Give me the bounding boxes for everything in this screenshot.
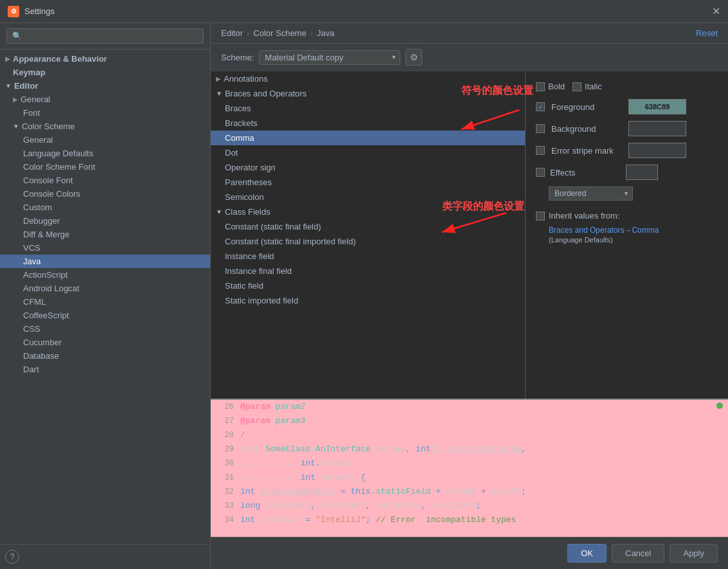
sidebar-item-editor[interactable]: ▼ Editor (0, 79, 210, 93)
sidebar-item-cs-general[interactable]: General (0, 133, 210, 147)
sidebar-item-dart[interactable]: Dart (0, 363, 210, 376)
error-stripe-checkbox[interactable] (536, 146, 545, 155)
option-annotations[interactable]: ▶ Annotations (211, 71, 525, 86)
effects-dropdown[interactable]: Bordered Underscored Underwaved Bold Und… (549, 186, 633, 201)
bold-item: Bold (536, 82, 565, 91)
foreground-checkbox[interactable]: ✓ (536, 102, 545, 111)
background-label: Background (551, 124, 622, 134)
option-instance-field[interactable]: Instance field (211, 249, 525, 264)
inherit-label: Inherit values from: (549, 211, 620, 221)
options-tree: ▶ Annotations ▼ Braces and Operators Bra… (211, 71, 526, 399)
bold-checkbox[interactable] (536, 82, 545, 91)
background-checkbox[interactable] (536, 124, 545, 133)
sidebar-item-coffeescript[interactable]: CoffeeScript (0, 309, 210, 322)
code-line-32: 32 int reassignedValue = this.staticFiel… (211, 485, 728, 499)
error-stripe-label: Error stripe mark (551, 146, 622, 156)
option-braces[interactable]: Braces (211, 101, 525, 116)
inherit-checkbox-row: Inherit values from: (536, 211, 718, 221)
sidebar-item-colorscheme[interactable]: ▼ Color Scheme (0, 120, 210, 133)
properties-panel: Bold Italic ✓ Foreground 638C89 Bac (526, 71, 728, 399)
code-line-26: 26 @param param2 (211, 400, 728, 414)
sidebar-item-cs-langdefaults[interactable]: Language Defaults (0, 147, 210, 160)
italic-label: Italic (585, 82, 602, 91)
scheme-dropdown[interactable]: Material Default copy Default Darcula Hi… (259, 50, 400, 65)
breadcrumb-java: Java (317, 28, 334, 38)
content-area: Editor › Color Scheme › Java Reset Schem… (211, 23, 728, 569)
option-braces-operators[interactable]: ▼ Braces and Operators (211, 86, 525, 101)
italic-checkbox[interactable] (573, 82, 582, 91)
sidebar-item-actionscript[interactable]: ActionScript (0, 268, 210, 282)
arrow-icon: ▶ (216, 75, 221, 82)
search-bar (0, 23, 210, 50)
option-dot[interactable]: Dot (211, 145, 525, 160)
code-line-34: 34 int localVar = "IntelliJ"; // Error i… (211, 513, 728, 527)
reset-button[interactable]: Reset (696, 28, 718, 38)
sidebar-item-custom[interactable]: Custom (0, 201, 210, 214)
sidebar-item-cs-consolefont[interactable]: Console Font (0, 174, 210, 187)
option-semicolon[interactable]: Semicolon (211, 190, 525, 204)
option-class-fields[interactable]: ▼ Class Fields (211, 204, 525, 219)
option-parentheses[interactable]: Parentheses (211, 175, 525, 190)
code-line-31: 31 ............int param3) { (211, 471, 728, 485)
inherit-checkbox[interactable] (536, 212, 545, 221)
background-row: Background (536, 121, 718, 136)
bold-label: Bold (548, 82, 565, 91)
cancel-button[interactable]: Cancel (612, 544, 664, 563)
option-constant-static[interactable]: Constant (static final field) (211, 219, 525, 234)
background-color-box[interactable] (628, 121, 686, 136)
inherit-row: Inherit values from: Braces and Operator… (536, 211, 718, 244)
sidebar-item-cfml[interactable]: CFML (0, 295, 210, 309)
sidebar-item-appearance[interactable]: ▶ Appearance & Behavior (0, 52, 210, 66)
foreground-row: ✓ Foreground 638C89 (536, 99, 718, 114)
titlebar-left: ⚙ Settings (8, 6, 55, 17)
option-static-imported[interactable]: Static imported field (211, 293, 525, 308)
sidebar-tree: ▶ Appearance & Behavior Keymap ▼ Editor … (0, 50, 210, 544)
option-constant-static-imported[interactable]: Constant (static final imported field) (211, 234, 525, 249)
inherit-link[interactable]: Braces and Operators→Comma (549, 226, 718, 235)
sidebar-item-diffmerge[interactable]: Diff & Merge (0, 228, 210, 241)
sidebar-item-cucumber[interactable]: Cucumber (0, 336, 210, 349)
sidebar-item-cs-font[interactable]: Color Scheme Font (0, 160, 210, 174)
scheme-dropdown-wrap: Material Default copy Default Darcula Hi… (259, 50, 400, 65)
sidebar-item-vcs[interactable]: VCS (0, 241, 210, 255)
effects-color-box[interactable] (626, 165, 658, 180)
window-title: Settings (24, 6, 55, 16)
sidebar-item-cs-consolecolors[interactable]: Console Colors (0, 187, 210, 201)
foreground-color-box[interactable]: 638C89 (628, 99, 686, 114)
italic-item: Italic (573, 82, 602, 91)
sidebar-item-css[interactable]: CSS (0, 322, 210, 336)
bold-italic-row: Bold Italic (536, 82, 718, 91)
ok-button[interactable]: OK (567, 544, 607, 563)
sidebar-item-keymap[interactable]: Keymap (0, 66, 210, 79)
breadcrumb-editor: Editor (221, 28, 243, 38)
gear-button[interactable]: ⚙ (405, 49, 422, 66)
arrow-icon: ▶ (5, 55, 10, 62)
option-brackets[interactable]: Brackets (211, 116, 525, 131)
apply-button[interactable]: Apply (670, 544, 718, 563)
help-button[interactable]: ? (5, 550, 19, 564)
sidebar-item-font[interactable]: Font (0, 106, 210, 120)
close-button[interactable]: ✕ (712, 5, 720, 17)
code-preview: 26 @param param2 27 @param param3 28 / 2… (211, 399, 728, 537)
effects-dropdown-wrap: Bordered Underscored Underwaved Bold Und… (549, 186, 633, 201)
arrow-icon: ▼ (216, 208, 222, 215)
code-line-28: 28 / (211, 428, 728, 442)
code-line-29: 29 blic SomeClass(AnInterface param1, in… (211, 442, 728, 456)
search-input[interactable] (6, 28, 204, 44)
error-stripe-color-box[interactable] (628, 143, 686, 158)
sidebar-item-java[interactable]: Java (0, 255, 210, 268)
option-comma[interactable]: Comma (211, 131, 525, 145)
scheme-label: Scheme: (221, 53, 254, 62)
option-instance-final[interactable]: Instance final field (211, 264, 525, 278)
sidebar-item-database[interactable]: Database (0, 349, 210, 363)
option-static-field[interactable]: Static field (211, 278, 525, 293)
foreground-label: Foreground (551, 102, 622, 112)
sidebar-item-general[interactable]: ▶ General (0, 93, 210, 106)
sidebar-item-androidlogcat[interactable]: Android Logcat (0, 282, 210, 295)
option-operator-sign[interactable]: Operator sign (211, 160, 525, 175)
breadcrumb: Editor › Color Scheme › Java Reset (211, 23, 728, 44)
effects-label: Effects (550, 168, 621, 177)
effects-checkbox[interactable] (536, 168, 545, 177)
bottom-bar: OK Cancel Apply (211, 537, 728, 569)
sidebar-item-debugger[interactable]: Debugger (0, 214, 210, 228)
